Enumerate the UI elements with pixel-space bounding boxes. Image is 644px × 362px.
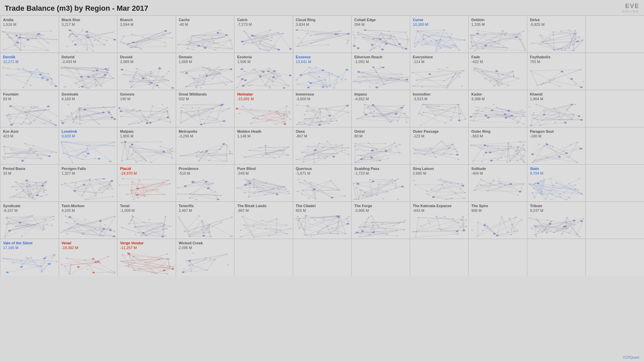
region-value: -7,273 M xyxy=(237,22,290,27)
region-map xyxy=(470,67,526,88)
region-name: Wicked Creek xyxy=(179,241,232,245)
region-cell xyxy=(586,16,644,53)
region-map xyxy=(119,253,174,275)
region-cell: Outer Passage-123 M xyxy=(410,127,469,164)
region-name: Detorid xyxy=(62,55,115,59)
region-name: Kor-Azor xyxy=(3,129,56,134)
region-name: Fountain xyxy=(3,92,56,97)
region-cell: Querious-1,671 M xyxy=(293,165,352,201)
region-value: -5,825 M xyxy=(530,22,583,27)
region-cell xyxy=(586,90,644,127)
region-cell: Catch-7,273 M xyxy=(234,16,293,53)
region-cell: Great Wildlands532 M xyxy=(176,90,234,127)
region-map xyxy=(177,141,233,163)
region-name: Genesis xyxy=(120,92,173,97)
region-value: 1,327 M xyxy=(62,171,115,176)
region-name: Devoid xyxy=(120,55,173,59)
region-value: -867 M xyxy=(296,134,349,138)
region-value: -8,157 M xyxy=(3,208,56,213)
region-name: Paragon Soul xyxy=(530,129,583,134)
region-cell: Delve-5,825 M xyxy=(527,16,586,53)
region-map xyxy=(470,29,526,51)
region-value: -19,970 M xyxy=(120,171,173,176)
region-map xyxy=(236,178,291,200)
region-cell: Metropolis-3,296 M xyxy=(176,127,234,164)
region-cell: Venal-19,302 M xyxy=(59,239,117,276)
region-map xyxy=(412,141,467,163)
ccpquant-label: CCPQuant xyxy=(623,356,639,359)
region-cell xyxy=(586,127,644,164)
region-name: Outer Ring xyxy=(471,129,524,134)
region-cell: Derelik12,271 M xyxy=(0,53,59,90)
region-cell xyxy=(586,165,644,201)
region-map xyxy=(2,67,57,88)
region-value: 1,148 M xyxy=(237,134,290,138)
region-name: Catch xyxy=(237,18,290,22)
region-cell: Stain9,704 M xyxy=(527,165,586,201)
region-map xyxy=(294,29,350,51)
region-map xyxy=(294,216,350,237)
region-value: 1,806 M xyxy=(120,134,173,138)
region-name: Deklein xyxy=(471,18,524,22)
region-value: -422 M xyxy=(471,59,524,64)
region-map xyxy=(2,253,57,275)
region-value: -160 M xyxy=(530,134,583,138)
region-cell: Period Basis33 M xyxy=(0,165,59,201)
region-map xyxy=(119,178,174,200)
region-cell: Tenal-1,008 M xyxy=(117,202,176,239)
region-cell xyxy=(293,239,352,276)
region-name: Branch xyxy=(120,18,173,22)
region-name: The Kalevala Expanse xyxy=(413,204,466,208)
region-name: Omist xyxy=(354,129,407,134)
region-cell: The Citadel655 M xyxy=(293,202,352,239)
region-value: 190 M xyxy=(120,97,173,101)
region-value: 655 M xyxy=(296,208,349,213)
region-cell: Heimatar-15,691 M xyxy=(234,90,293,127)
region-cell: Khanid1,964 M xyxy=(527,90,586,127)
region-cell: Genesis190 M xyxy=(117,90,176,127)
region-cell: Deklein1,335 M xyxy=(469,16,527,53)
region-map xyxy=(177,253,233,275)
region-cell xyxy=(469,239,527,276)
region-map xyxy=(353,67,409,88)
region-name: Geminate xyxy=(62,92,115,97)
region-map xyxy=(60,67,116,88)
region-name: Heimatar xyxy=(237,92,290,97)
region-cell: Vale of the Silent17,165 M xyxy=(0,239,59,276)
region-map xyxy=(470,141,526,163)
region-cell: Pure Blind-349 M xyxy=(234,165,293,201)
region-value: 1,669 M xyxy=(179,59,232,64)
region-map xyxy=(412,29,467,51)
region-name: Tenerifis xyxy=(179,204,232,208)
region-cell: Placid-19,970 M xyxy=(117,165,176,201)
region-map xyxy=(236,216,291,237)
region-name: Placid xyxy=(120,167,173,171)
region-cell: Lonetrek9,633 M xyxy=(59,127,117,164)
region-value: 3,834 M xyxy=(296,22,349,27)
region-value: 80 M xyxy=(354,134,407,138)
region-value: 3,388 M xyxy=(471,97,524,101)
region-name: Metropolis xyxy=(179,129,232,134)
region-name: Perrigen Falls xyxy=(62,167,115,171)
region-cell: The Spire909 M xyxy=(469,202,527,239)
region-name: Pure Blind xyxy=(237,167,290,171)
region-value: 17,165 M xyxy=(3,245,56,250)
region-map xyxy=(294,141,350,163)
region-value: -2,433 M xyxy=(62,59,115,64)
region-cell: Cache-40 M xyxy=(176,16,234,53)
region-name: Kador xyxy=(471,92,524,97)
region-cell: Providence-510 M xyxy=(176,165,234,201)
region-value: 755 M xyxy=(530,59,583,64)
region-map xyxy=(294,178,350,200)
region-cell: Geminate4,160 M xyxy=(59,90,117,127)
region-map xyxy=(177,67,233,88)
region-cell: Molden Heath1,148 M xyxy=(234,127,293,164)
region-value: 3,217 M xyxy=(62,22,115,27)
region-value: 2,467 M xyxy=(179,208,232,213)
region-cell: Wicked Creek2,095 M xyxy=(176,239,234,276)
region-map xyxy=(529,104,584,126)
region-cell: Omist80 M xyxy=(352,127,410,164)
region-cell: Tash-Murkon4,245 M xyxy=(59,202,117,239)
region-cell: Fade-422 M xyxy=(469,53,527,90)
region-name: Outer Passage xyxy=(413,129,466,134)
